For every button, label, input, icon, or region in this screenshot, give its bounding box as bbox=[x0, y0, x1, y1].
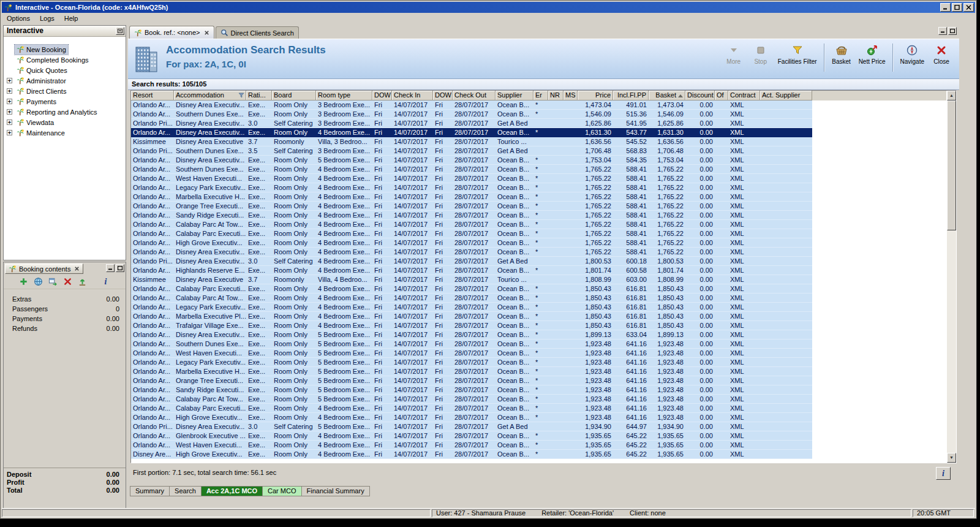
close-panel-icon[interactable] bbox=[74, 266, 80, 271]
expand-icon[interactable]: + bbox=[7, 119, 12, 125]
sidebar-item-administrator[interactable]: +Administrator bbox=[4, 75, 126, 86]
column-header-contract[interactable]: Contract bbox=[728, 91, 760, 100]
expand-icon[interactable]: + bbox=[7, 130, 12, 135]
expand-icon[interactable]: + bbox=[7, 109, 12, 115]
export-button[interactable] bbox=[48, 276, 59, 287]
panel-collapse-button[interactable] bbox=[116, 27, 124, 35]
result-row[interactable]: Orlando Ar...Southern Dunes Exe...Exe...… bbox=[131, 165, 812, 174]
result-row[interactable]: Orlando Ar...Glenbrook Executive ...Exe.… bbox=[131, 431, 812, 441]
column-header-check_out[interactable]: Check Out bbox=[453, 91, 496, 100]
result-row[interactable]: Orlando Ar...Legacy Park Executiv...Exe.… bbox=[131, 358, 812, 367]
result-row[interactable]: Orlando Ar...Disney Area Executiv...Exe.… bbox=[131, 100, 812, 110]
sidebar-item-viewdata[interactable]: +Viewdata bbox=[4, 117, 126, 127]
column-header-dow_out[interactable]: DOW bbox=[433, 91, 453, 100]
column-header-check_in[interactable]: Check In bbox=[392, 91, 433, 100]
result-row[interactable]: Orlando Ar...Calabay Parc Executi...Exe.… bbox=[131, 284, 812, 294]
sidebar-item-reporting-and-analytics[interactable]: +Reporting and Analytics bbox=[4, 107, 126, 117]
facilities-filter-button[interactable]: Facilities Filter bbox=[775, 42, 820, 77]
result-row[interactable]: KissimmeeDisney Area Executive3.7Roomonl… bbox=[131, 275, 812, 284]
column-header-act_supplier[interactable]: Act. Supplier bbox=[760, 91, 812, 100]
result-row[interactable]: Orlando Ar...Marbella Executive H...Exe.… bbox=[131, 192, 812, 202]
nett-price-button[interactable]: Nett Price bbox=[856, 42, 889, 77]
expand-icon[interactable]: + bbox=[7, 99, 12, 104]
result-row[interactable]: Orlando Ar...Southern Dunes Exe...Exe...… bbox=[131, 110, 812, 119]
column-filter-icon[interactable] bbox=[238, 92, 244, 100]
sidebar-item-maintenance[interactable]: +Maintenance bbox=[4, 127, 126, 138]
info-button[interactable]: i bbox=[100, 276, 111, 287]
result-row[interactable]: Orlando Ar...Disney Area Executiv...Exe.… bbox=[131, 248, 812, 257]
booking-item-passengers[interactable]: Passengers0 bbox=[4, 304, 126, 314]
bottom-tab-car-mco[interactable]: Car MCO bbox=[262, 486, 301, 496]
sidebar-item-new-booking[interactable]: New Booking bbox=[4, 44, 126, 55]
info-button[interactable]: i bbox=[936, 467, 951, 480]
result-row[interactable]: Orlando Ar...Disney Area Executiv...Exe.… bbox=[131, 156, 812, 165]
sidebar-item-completed-bookings[interactable]: Completed Bookings bbox=[4, 55, 126, 65]
sidebar-item-direct-clients[interactable]: +Direct Clients bbox=[4, 86, 126, 96]
scrollbar-thumb[interactable] bbox=[947, 100, 956, 230]
column-header-accommodation[interactable]: Accommodation bbox=[174, 91, 246, 100]
panel-minimize-button[interactable] bbox=[938, 27, 947, 35]
result-row[interactable]: Orlando Ar...High Grove Executiv...Exe..… bbox=[131, 238, 812, 248]
close-button[interactable]: Close bbox=[929, 42, 954, 77]
result-row[interactable]: Orlando Pri...Southern Dunes Exe...3.5Se… bbox=[131, 146, 812, 156]
maximize-button[interactable] bbox=[952, 3, 962, 12]
panel-maximize-button[interactable] bbox=[116, 264, 124, 272]
tab-close-icon[interactable] bbox=[204, 30, 209, 36]
scroll-up-button[interactable]: ▲ bbox=[947, 91, 956, 100]
result-row[interactable]: Orlando Ar...Highlands Reserve E...Exe..… bbox=[131, 266, 812, 275]
column-header-resort[interactable]: Resort bbox=[131, 91, 174, 100]
result-row[interactable]: Orlando Ar...Marbella Executive Pl...Exe… bbox=[131, 312, 812, 321]
column-header-ms[interactable]: MS bbox=[564, 91, 578, 100]
result-row[interactable]: Orlando Ar...Orange Tree Executi...Exe..… bbox=[131, 376, 812, 385]
result-row[interactable]: Orlando Ar...Legacy Park Executiv...Exe.… bbox=[131, 183, 812, 192]
result-row[interactable]: Disney Are...High Grove Executiv...Exe..… bbox=[131, 450, 812, 459]
result-row[interactable]: Orlando Ar...Disney Area Executiv...Exe.… bbox=[131, 330, 812, 339]
column-header-rating[interactable]: Rati... bbox=[246, 91, 272, 100]
result-row[interactable]: Orlando Ar...Marbella Executive H...Exe.… bbox=[131, 367, 812, 376]
expand-icon[interactable]: + bbox=[7, 88, 12, 94]
column-header-board[interactable]: Board bbox=[272, 91, 316, 100]
booking-contents-tab[interactable]: Booking contents bbox=[5, 264, 83, 274]
menu-options[interactable]: Options bbox=[2, 13, 35, 24]
column-header-er[interactable]: Er bbox=[533, 91, 548, 100]
booking-item-payments[interactable]: Payments0.00 bbox=[4, 314, 126, 324]
sidebar-item-payments[interactable]: +Payments bbox=[4, 96, 126, 107]
result-row[interactable]: Orlando Ar...Sandy Ridge Executi...Exe..… bbox=[131, 211, 812, 220]
result-row[interactable]: Orlando Ar...Calabay Parc At Tow...Exe..… bbox=[131, 294, 812, 303]
basket-button[interactable]: Basket bbox=[829, 42, 854, 77]
menu-logs[interactable]: Logs bbox=[35, 13, 59, 24]
menu-help[interactable]: Help bbox=[59, 13, 83, 24]
result-row[interactable]: Orlando Ar...West Haven Executi...Exe...… bbox=[131, 349, 812, 358]
result-row[interactable]: Orlando Pri...Disney Area Executiv...3.0… bbox=[131, 422, 812, 431]
bottom-tab-financial-summary[interactable]: Financial Summary bbox=[301, 486, 370, 496]
result-row[interactable]: Orlando Ar...Calabay Parc Executi...Exe.… bbox=[131, 229, 812, 238]
result-row[interactable]: Orlando Ar...Trafalgar Village Exe...Exe… bbox=[131, 321, 812, 330]
column-header-room_type[interactable]: Room type bbox=[316, 91, 372, 100]
bottom-tab-acc-2a-1c-mco[interactable]: Acc 2A,1C MCO bbox=[201, 486, 263, 496]
vertical-scrollbar[interactable]: ▲ ▼ bbox=[946, 91, 956, 463]
upload-button[interactable] bbox=[77, 276, 88, 287]
bottom-tab-search[interactable]: Search bbox=[169, 486, 202, 496]
result-row[interactable]: Orlando Pri...Disney Area Executiv...3.0… bbox=[131, 257, 812, 266]
minimize-button[interactable] bbox=[940, 3, 951, 12]
result-row[interactable]: Orlando Ar...West Haven Executi...Exe...… bbox=[131, 174, 812, 183]
result-row[interactable]: Orlando Ar...Southern Dunes Exe...Exe...… bbox=[131, 339, 812, 349]
column-header-price[interactable]: Price bbox=[578, 91, 613, 100]
result-row[interactable]: Orlando Ar...Calabay Parc At Tow...Exe..… bbox=[131, 395, 812, 404]
result-row[interactable]: Orlando Ar...Legacy Park Executiv...Exe.… bbox=[131, 303, 812, 312]
column-header-basket[interactable]: Basket bbox=[649, 91, 685, 100]
result-row[interactable]: Orlando Ar...Orange Tree Executi...Exe..… bbox=[131, 202, 812, 211]
result-row[interactable]: Orlando Ar...Sandy Ridge Executi...Exe..… bbox=[131, 385, 812, 395]
result-row[interactable]: Orlando Ar...High Grove Executiv...Exe..… bbox=[131, 413, 812, 422]
navigate-button[interactable]: Navigate bbox=[897, 42, 927, 77]
result-row[interactable]: Orlando Ar...Calabay Parc At Tow...Exe..… bbox=[131, 220, 812, 229]
result-row[interactable]: Orlando Ar...Calabay Parc Executi...Exe.… bbox=[131, 404, 812, 413]
panel-minimize-button[interactable] bbox=[106, 264, 115, 272]
expand-icon[interactable]: + bbox=[7, 78, 12, 83]
booking-item-extras[interactable]: Extras0.00 bbox=[4, 294, 126, 304]
panel-maximize-button[interactable] bbox=[948, 27, 957, 35]
scroll-down-button[interactable]: ▼ bbox=[947, 453, 956, 463]
delete-item-button[interactable] bbox=[62, 276, 74, 287]
column-header-discount[interactable]: Discount bbox=[685, 91, 715, 100]
tab-direct-clients-search[interactable]: Direct Clients Search bbox=[216, 26, 299, 39]
